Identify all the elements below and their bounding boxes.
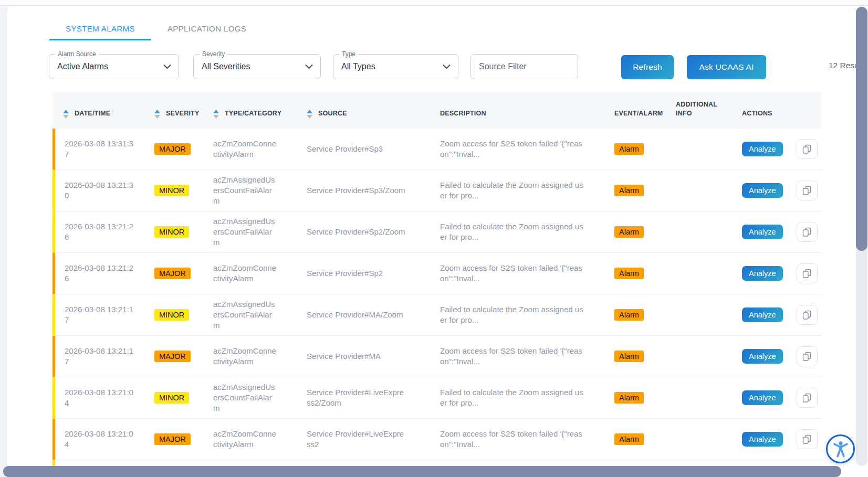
column-label: DATE/TIME [75,109,110,118]
cell-event-alarm: Alarm [611,129,673,169]
tab-system-alarms[interactable]: SYSTEM ALARMS [49,18,151,40]
cell-actions: Analyze [738,211,821,252]
cell-additional-info [673,336,738,377]
column-header-type-category[interactable]: TYPE/CATEGORY [210,109,304,129]
copy-button[interactable] [797,429,818,449]
cell-datetime: 2026-03-08 13:21:26 [55,211,151,252]
cell-datetime: 2026-03-08 13:21:30 [55,170,151,211]
column-header-severity[interactable]: SEVERITY [151,109,210,129]
severity-badge: MAJOR [154,351,191,362]
analyze-button[interactable]: Analyze [742,266,783,281]
severity-badge: MINOR [154,392,189,404]
sort-arrows-icon [63,110,69,119]
event-badge: Alarm [614,226,644,238]
cell-actions: Analyze [738,294,821,335]
tab-application-logs[interactable]: APPLICATION LOGS [151,18,263,40]
column-label: DESCRIPTION [440,109,486,118]
column-header-source[interactable]: SOURCE [304,109,437,129]
analyze-button[interactable]: Analyze [742,432,783,447]
ask-ucaas-ai-button[interactable]: Ask UCAAS AI [687,55,766,79]
cell-datetime: 2026-03-08 13:21:17 [55,336,151,377]
vertical-scrollbar-thumb[interactable] [856,7,867,251]
refresh-button[interactable]: Refresh [621,55,674,79]
column-label: TYPE/CATEGORY [225,109,281,118]
cell-severity: MINOR [151,211,210,252]
event-badge: Alarm [614,268,644,279]
cell-type: acZmZoomConnectivityAlarm [210,419,304,460]
copy-icon [802,268,812,279]
analyze-button[interactable]: Analyze [742,308,783,322]
copy-button[interactable] [797,263,818,283]
cell-source: Service Provider#LiveExpress2/Zoom [304,377,437,418]
copy-button[interactable] [797,346,818,366]
cell-description: Failed to calculate the Zoom assigned us… [437,377,611,418]
accessibility-widget-button[interactable] [826,434,855,463]
sort-arrows-icon [307,110,312,119]
analyze-button[interactable]: Analyze [742,349,783,364]
cell-source: Service Provider#Sp2 [304,253,437,294]
event-badge: Alarm [614,351,644,362]
cell-datetime: 2026-03-08 13:21:04 [55,419,151,460]
copy-icon [802,227,812,237]
column-label: ADDITIONAL INFO [676,100,724,118]
copy-button[interactable] [797,305,818,325]
cell-severity: MAJOR [151,253,210,294]
cell-severity: MAJOR [151,419,210,460]
analyze-button[interactable]: Analyze [742,225,783,239]
cell-actions: Analyze [738,253,821,294]
cell-actions: Analyze [738,419,821,460]
accessibility-person-icon [831,440,850,459]
cell-additional-info [673,419,738,460]
cell-severity: MINOR [151,170,210,211]
column-label: EVENT/ALARM [614,109,663,118]
column-header-description: DESCRIPTION [437,109,611,129]
copy-button[interactable] [797,139,818,159]
cell-event-alarm: Alarm [611,419,673,460]
event-badge: Alarm [614,143,644,155]
column-label: SOURCE [318,109,347,118]
table-row: 2026-03-08 13:21:17 MAJOR acZmZoomConnec… [53,336,821,377]
analyze-button[interactable]: Analyze [742,142,783,156]
copy-button[interactable] [797,181,818,200]
column-header-date-time[interactable]: DATE/TIME [53,109,151,129]
source-filter-input[interactable] [470,54,578,79]
cell-additional-info [673,211,738,252]
alarms-table: DATE/TIMESEVERITYTYPE/CATEGORYSOURCEDESC… [53,92,821,477]
copy-button[interactable] [797,222,818,242]
event-badge: Alarm [614,185,644,196]
cell-additional-info [673,294,738,335]
column-label: SEVERITY [166,109,199,118]
column-header-event-alarm: EVENT/ALARM [611,109,673,129]
table-body: 2026-03-08 13:31:37 MAJOR acZmZoomConnec… [53,129,821,477]
analyze-button[interactable]: Analyze [742,183,783,198]
severity-badge: MAJOR [154,433,191,445]
event-badge: Alarm [614,392,644,404]
cell-type: acZmAssignedUsersCountFailAlarm [210,294,304,335]
copy-button[interactable] [797,388,818,408]
table-row: 2026-03-08 13:21:30 MINOR acZmAssignedUs… [53,170,821,211]
type-select[interactable]: Type All Types [333,54,458,79]
copy-icon [802,351,812,362]
copy-icon [802,185,812,196]
copy-icon [802,144,812,154]
column-label: ACTIONS [742,109,772,118]
severity-select[interactable]: Severity All Severities [193,54,321,79]
cell-additional-info [673,129,738,169]
tab-bar: SYSTEM ALARMS APPLICATION LOGS [49,18,263,40]
cell-type: acZmZoomConnectivityAlarm [210,336,304,377]
cell-actions: Analyze [738,336,821,377]
cell-description: Failed to calculate the Zoom assigned us… [437,170,611,211]
horizontal-scrollbar-thumb[interactable] [3,466,841,477]
analyze-button[interactable]: Analyze [742,390,783,405]
sort-arrows-icon [213,110,219,119]
cell-additional-info [673,170,738,211]
cell-datetime: 2026-03-08 13:21:17 [55,294,151,335]
copy-icon [802,434,812,444]
cell-source: Service Provider#Sp3/Zoom [304,170,437,211]
chevron-down-icon [443,65,451,69]
alarm-source-select[interactable]: Alarm Source Active Alarms [49,54,179,79]
cell-description: Zoom access for S2S token failed '{"reas… [437,129,611,169]
cell-additional-info [673,253,738,294]
cell-actions: Analyze [738,377,821,418]
table-row: 2026-03-08 13:21:26 MINOR acZmAssignedUs… [53,211,821,253]
